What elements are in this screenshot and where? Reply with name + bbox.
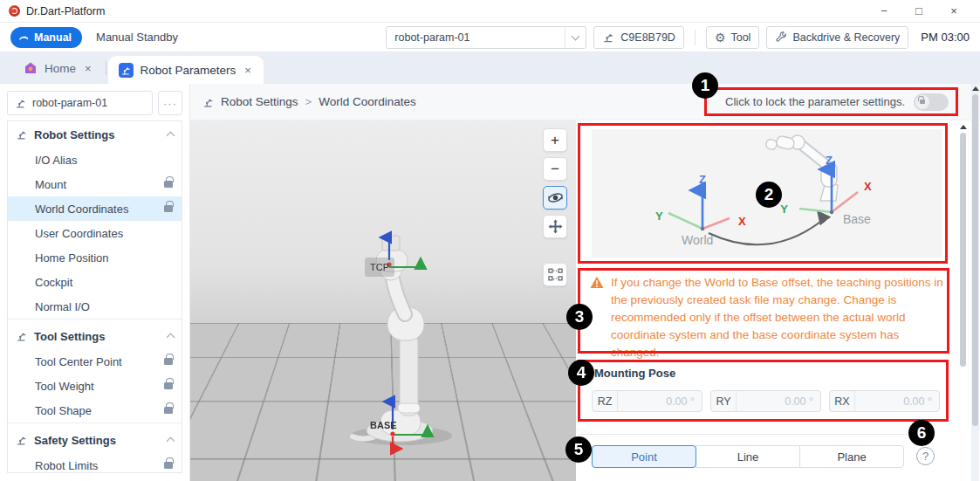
scrollbar-thumb[interactable] [960, 133, 966, 367]
wrench-icon [775, 31, 787, 44]
tool-button[interactable]: Tool [706, 26, 760, 49]
section-title: Robot Settings [34, 128, 114, 141]
robot-serial-icon [602, 31, 615, 44]
sidebar-item-tool-weight[interactable]: Tool Weight [8, 374, 182, 398]
more-options-button[interactable]: ··· [158, 91, 182, 115]
annotation-box-1 [704, 87, 958, 116]
manual-mode-label: Manual [34, 31, 72, 44]
home-icon [23, 61, 38, 76]
pan-arrows-icon [547, 218, 564, 235]
robot-serial-label: C9E8B79D [620, 31, 675, 44]
tab-home-close-icon[interactable]: × [83, 62, 93, 75]
annotation-circle-4: 4 [568, 360, 594, 386]
title-bar: Dr.Dart-Platform − □ × [0, 0, 980, 23]
chevron-up-icon [167, 132, 175, 141]
scrollbar-thumb[interactable] [972, 94, 978, 426]
scroll-up-icon[interactable] [960, 125, 967, 129]
pan-button[interactable] [543, 215, 567, 238]
param-name-box[interactable]: robot-param-01 [7, 91, 153, 115]
annotation-box-4 [578, 360, 949, 422]
tab-strip: Home × Robot Parameters × [0, 52, 980, 84]
item-label: Normal I/O [35, 300, 90, 313]
window-controls: − □ × [867, 1, 971, 22]
orbit-rotate-button[interactable] [543, 186, 567, 210]
item-label: I/O Alias [35, 154, 77, 167]
tab-robot-parameters-close-icon[interactable]: × [243, 64, 253, 77]
breadcrumb-current: World Coordinates [319, 95, 416, 108]
item-label: World Coordinates [35, 203, 128, 216]
sidebar-item-tool-center-point[interactable]: Tool Center Point [8, 349, 182, 374]
robot-icon [16, 434, 28, 446]
sidebar-item-home-position[interactable]: Home Position [8, 245, 182, 270]
measure-icon [547, 266, 564, 283]
item-label: Tool Weight [35, 380, 94, 393]
robot-serial-button[interactable]: C9E8B79D [593, 26, 684, 49]
section-robot-settings: Robot Settings I/O Alias Mount World Coo… [8, 121, 182, 319]
annotation-circle-2: 2 [756, 182, 782, 208]
chevron-down-icon [565, 27, 586, 48]
param-name-label: robot-param-01 [32, 97, 107, 109]
lock-icon [164, 358, 173, 365]
param-file-select-value: robot-param-01 [387, 31, 565, 44]
tab-robot-parameters-label: Robot Parameters [140, 64, 236, 77]
robot-file-icon [15, 97, 27, 109]
param-file-select[interactable]: robot-param-01 [386, 26, 586, 49]
sidebar-item-normal-io[interactable]: Normal I/O [8, 294, 182, 319]
outer-scrollbar[interactable] [971, 84, 979, 481]
minimize-button[interactable]: − [867, 1, 901, 22]
orbit-icon [546, 189, 565, 207]
close-button[interactable]: × [936, 1, 971, 22]
lock-icon [164, 462, 173, 469]
app-logo-icon [9, 5, 20, 17]
sidebar-item-io-alias[interactable]: I/O Alias [8, 148, 182, 172]
section-header-tool-settings[interactable]: Tool Settings [8, 323, 182, 349]
sidebar-item-mount[interactable]: Mount [8, 172, 182, 196]
backdrive-recovery-button[interactable]: Backdrive & Recovery [766, 26, 908, 49]
sidebar-item-cockpit[interactable]: Cockpit [8, 270, 182, 294]
teach-tab-plane[interactable]: Plane [799, 445, 904, 468]
top-toolbar: Manual Manual Standby robot-param-01 C9E… [0, 23, 980, 52]
panel-scrollbar[interactable] [959, 122, 967, 481]
app-window: Dr.Dart-Platform − □ × Manual Manual Sta… [0, 0, 980, 481]
robot-status-text: Manual Standby [96, 31, 178, 44]
robot-parameters-icon [119, 63, 134, 78]
tab-robot-parameters[interactable]: Robot Parameters × [108, 56, 264, 84]
settings-tree: Robot Settings I/O Alias Mount World Coo… [7, 120, 182, 473]
annotation-circle-5: 5 [565, 436, 592, 463]
item-label: Home Position [35, 251, 109, 265]
sidebar-item-tool-shape[interactable]: Tool Shape [8, 398, 182, 423]
sidebar-item-user-coordinates[interactable]: User Coordinates [8, 221, 182, 245]
manual-mode-button[interactable]: Manual [10, 27, 82, 48]
item-label: User Coordinates [35, 227, 123, 240]
robot-icon [202, 96, 215, 108]
section-title: Tool Settings [34, 330, 105, 343]
lock-icon [164, 407, 173, 414]
section-header-safety-settings[interactable]: Safety Settings [8, 427, 182, 453]
zoom-out-button[interactable]: − [543, 157, 567, 181]
breadcrumb-separator: > [305, 95, 312, 108]
maximize-button[interactable]: □ [901, 1, 936, 22]
annotation-box-3 [578, 268, 949, 354]
tab-home[interactable]: Home × [12, 52, 104, 84]
sidebar-item-world-coordinates[interactable]: World Coordinates [8, 196, 182, 221]
tcp-frame-label: TCP [365, 258, 394, 277]
viewport-controls: + − [543, 128, 567, 292]
lock-icon [164, 205, 173, 212]
section-header-robot-settings[interactable]: Robot Settings [8, 121, 182, 148]
sidebar-item-robot-limits[interactable]: Robot Limits [8, 453, 182, 473]
base-frame-label: BASE [370, 420, 397, 430]
scroll-up-icon[interactable] [972, 86, 979, 91]
annotation-circle-3: 3 [566, 304, 593, 330]
section-title: Safety Settings [34, 434, 116, 447]
breadcrumb-parent[interactable]: Robot Settings [221, 95, 298, 108]
measure-distance-button[interactable] [543, 263, 567, 286]
teach-method-tabs: Point Line Plane [592, 445, 904, 468]
robot-3d-viewport[interactable]: TCP BASE + − [190, 120, 576, 481]
chevron-up-icon [167, 437, 175, 446]
robot-mode-icon [17, 31, 30, 44]
teach-tab-line[interactable]: Line [696, 445, 800, 468]
help-button[interactable]: ? [916, 447, 935, 465]
item-label: Mount [35, 178, 66, 191]
teach-tab-point[interactable]: Point [592, 445, 696, 468]
zoom-in-button[interactable]: + [543, 128, 567, 152]
